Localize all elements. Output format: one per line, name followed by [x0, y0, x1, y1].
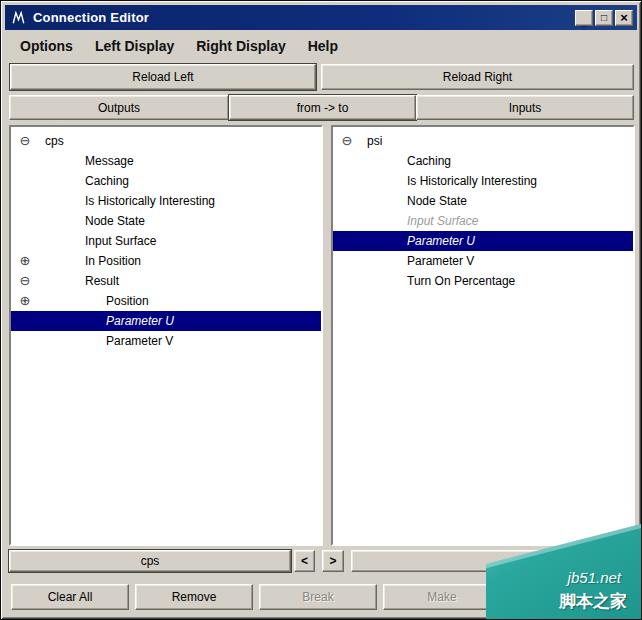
close-icon: ×: [620, 11, 628, 24]
tree-item-label: Is Historically Interesting: [11, 191, 321, 211]
maximize-icon: □: [601, 12, 607, 23]
expander-icon[interactable]: ⊖: [17, 131, 33, 151]
action-button[interactable]: Clear All: [11, 584, 129, 610]
tree-item-label: Turn On Percentage: [333, 271, 633, 291]
minimize-button[interactable]: _: [575, 10, 593, 26]
tree-item[interactable]: Node State: [11, 211, 321, 231]
minimize-icon: _: [581, 19, 587, 25]
tree-item-label: Caching: [11, 171, 321, 191]
action-button[interactable]: Break: [259, 584, 377, 610]
action-button[interactable]: Make: [383, 584, 501, 610]
action-button-label: Make: [427, 590, 456, 604]
chevron-right-icon: >: [329, 554, 336, 568]
tree-item[interactable]: Is Historically Interesting: [11, 191, 321, 211]
inputs-label: Inputs: [509, 101, 542, 115]
expander-icon[interactable]: ⊕: [17, 291, 33, 311]
tree-item[interactable]: Parameter U: [11, 311, 321, 331]
tree-item[interactable]: ⊖ Result: [11, 271, 321, 291]
expander-icon[interactable]: ⊖: [339, 131, 355, 151]
action-button-label: Remove: [172, 590, 217, 604]
tree-item-label: Result: [11, 271, 321, 291]
tree-item[interactable]: ⊕ Position: [11, 291, 321, 311]
from-to-label: from -> to: [297, 101, 349, 115]
reload-right-label: Reload Right: [443, 70, 512, 84]
maximize-button[interactable]: □: [595, 10, 613, 26]
from-to-toggle-button[interactable]: from -> to: [229, 95, 416, 120]
menu-item[interactable]: Options: [9, 38, 84, 54]
inputs-header-button[interactable]: Inputs: [416, 95, 634, 120]
tree-item[interactable]: Turn On Percentage: [333, 271, 633, 291]
chevron-left-icon: <: [301, 554, 308, 568]
connection-editor-window: Connection Editor _ □ × Options Left Dis…: [0, 0, 642, 620]
menu-item[interactable]: Help: [297, 38, 349, 54]
outputs-label: Outputs: [98, 101, 140, 115]
action-button-label: Break: [302, 590, 333, 604]
tree-item-label: In Position: [11, 251, 321, 271]
tree-item[interactable]: Caching: [11, 171, 321, 191]
tree-item[interactable]: Parameter U: [333, 231, 633, 251]
prev-connection-button[interactable]: <: [294, 550, 315, 572]
tree-item[interactable]: Parameter V: [333, 251, 633, 271]
left-node-name: cps: [141, 554, 160, 568]
tree-item-label: Parameter U: [11, 311, 321, 331]
reload-left-label: Reload Left: [132, 70, 193, 84]
window-title: Connection Editor: [33, 10, 573, 25]
tree-item-label: Input Surface: [11, 231, 321, 251]
menu-item[interactable]: Left Display: [84, 38, 185, 54]
tree-item-label: Parameter V: [333, 251, 633, 271]
left-node-field[interactable]: cps: [9, 550, 291, 572]
tree-item[interactable]: Node State: [333, 191, 633, 211]
tree-item[interactable]: Is Historically Interesting: [333, 171, 633, 191]
reload-left-button[interactable]: Reload Left: [10, 64, 316, 90]
tree-item-label: Message: [11, 151, 321, 171]
tree-item[interactable]: ⊕ In Position: [11, 251, 321, 271]
tree-item-label: Caching: [333, 151, 633, 171]
tree-item-label: Node State: [11, 211, 321, 231]
title-bar[interactable]: Connection Editor _ □ ×: [5, 5, 637, 30]
tree-item-label: Parameter V: [11, 331, 321, 351]
right-node-field[interactable]: [351, 550, 635, 572]
reload-right-button[interactable]: Reload Right: [321, 64, 634, 90]
tree-item-label: Input Surface: [333, 211, 633, 231]
tree-item[interactable]: ⊖ cps: [11, 131, 321, 151]
tree-item-label: cps: [11, 131, 321, 151]
tree-item[interactable]: ⊖ psi: [333, 131, 633, 151]
outputs-header-button[interactable]: Outputs: [9, 95, 229, 120]
action-button-label: Clear All: [48, 590, 93, 604]
tree-item-label: Position: [11, 291, 321, 311]
tree-item[interactable]: Parameter V: [11, 331, 321, 351]
tree-item[interactable]: Caching: [333, 151, 633, 171]
menu-bar: Options Left Display Right Display Help: [5, 30, 637, 61]
action-button[interactable]: Remove: [135, 584, 253, 610]
tree-item-label: Is Historically Interesting: [333, 171, 633, 191]
outputs-tree[interactable]: ⊖ cps Message Caching Is Historically In…: [9, 125, 323, 546]
tree-item-label: psi: [333, 131, 633, 151]
action-buttons: Clear All Remove Break Make: [1, 584, 642, 610]
close-button[interactable]: ×: [615, 10, 633, 26]
inputs-tree[interactable]: ⊖ psi Caching Is Historically Interestin…: [331, 125, 635, 546]
tree-item[interactable]: Input Surface: [333, 211, 633, 231]
tree-item[interactable]: Message: [11, 151, 321, 171]
expander-icon[interactable]: ⊕: [17, 251, 33, 271]
tree-item-label: Parameter U: [333, 231, 633, 251]
tree-item[interactable]: Input Surface: [11, 231, 321, 251]
next-connection-button[interactable]: >: [322, 550, 344, 572]
tree-item-label: Node State: [333, 191, 633, 211]
app-icon: [9, 9, 27, 26]
menu-item[interactable]: Right Display: [185, 38, 296, 54]
expander-icon[interactable]: ⊖: [17, 271, 33, 291]
